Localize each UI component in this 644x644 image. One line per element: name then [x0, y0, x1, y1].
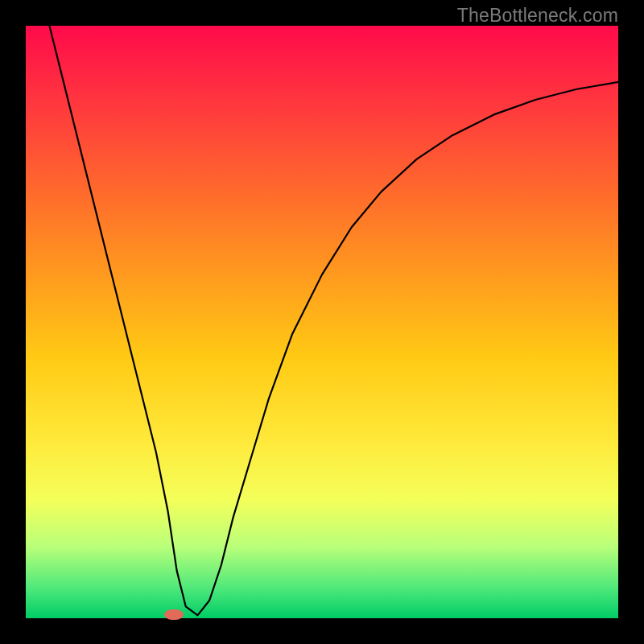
optimal-point-marker — [164, 609, 184, 620]
watermark-text: TheBottleneck.com — [457, 5, 618, 27]
chart-frame: TheBottleneck.com — [0, 0, 644, 644]
plot-area — [26, 26, 618, 618]
bottleneck-curve — [26, 26, 618, 618]
